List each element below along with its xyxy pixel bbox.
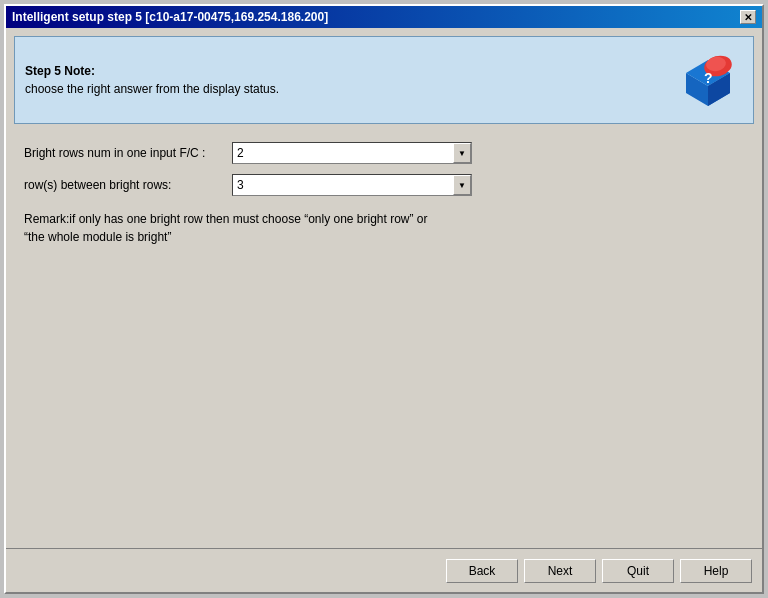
remark-line1: Remark:if only has one bright row then m… [24,210,744,228]
bright-rows-select-wrapper: 1 2 3 4 only one bright row the whole mo… [232,142,472,164]
rows-between-label: row(s) between bright rows: [24,178,224,192]
help-button[interactable]: Help [680,559,752,583]
bright-rows-row: Bright rows num in one input F/C : 1 2 3… [24,142,744,164]
svg-text:?: ? [704,70,713,86]
step-note-text: Step 5 Note: choose the right answer fro… [25,64,673,96]
step-note-body: choose the right answer from the display… [25,82,673,96]
logo-icon: ? [676,48,741,113]
bright-rows-select[interactable]: 1 2 3 4 only one bright row the whole mo… [232,142,472,164]
step-note-title: Step 5 Note: [25,64,673,78]
rows-between-select-wrapper: 1 2 3 4 5 6 7 ▼ [232,174,472,196]
window-title: Intelligent setup step 5 [c10-a17-00475,… [12,10,328,24]
title-bar: Intelligent setup step 5 [c10-a17-00475,… [6,6,762,28]
remark-text: Remark:if only has one bright row then m… [24,210,744,246]
quit-button[interactable]: Quit [602,559,674,583]
logo-box: ? [673,45,743,115]
rows-between-select[interactable]: 1 2 3 4 5 6 7 [232,174,472,196]
bright-rows-label: Bright rows num in one input F/C : [24,146,224,160]
title-bar-buttons: ✕ [740,10,756,24]
rows-between-row: row(s) between bright rows: 1 2 3 4 5 6 … [24,174,744,196]
button-bar: Back Next Quit Help [6,548,762,592]
remark-line2: “the whole module is bright” [24,228,744,246]
spacer [14,264,754,540]
step-note-box: Step 5 Note: choose the right answer fro… [14,36,754,124]
close-button[interactable]: ✕ [740,10,756,24]
main-window: Intelligent setup step 5 [c10-a17-00475,… [4,4,764,594]
next-button[interactable]: Next [524,559,596,583]
back-button[interactable]: Back [446,559,518,583]
content-area: Step 5 Note: choose the right answer fro… [6,28,762,548]
form-area: Bright rows num in one input F/C : 1 2 3… [14,132,754,256]
